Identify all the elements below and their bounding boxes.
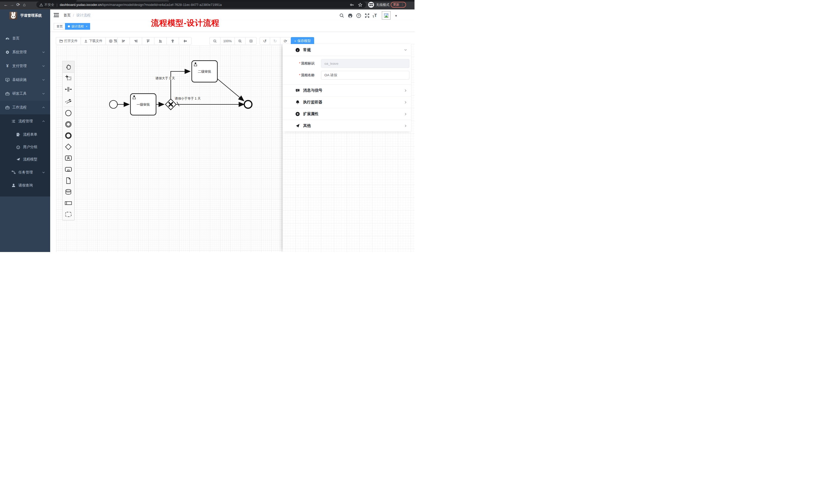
- space-tool[interactable]: [63, 84, 74, 95]
- chevron-up-icon: [42, 120, 45, 123]
- dashboard-icon: [5, 36, 10, 41]
- sidebar: 芋道管理系统 首页 系统管理 ¥ 支付管理: [0, 9, 50, 252]
- sidebar-logo[interactable]: 芋道管理系统: [0, 9, 50, 22]
- browser-update-button[interactable]: 更新 ⋮: [391, 2, 406, 8]
- create-participant[interactable]: [63, 197, 74, 209]
- section-extended-properties[interactable]: 扩展属性: [283, 108, 411, 120]
- search-icon[interactable]: [339, 13, 344, 18]
- browser-chrome: ← → ⟳ ⌂ 不安全 | dashboard.yudao.iocoder.cn…: [0, 0, 414, 9]
- section-execution-listener[interactable]: 执行监听器: [283, 96, 411, 108]
- browser-home-icon[interactable]: ⌂: [22, 2, 27, 8]
- chevron-down-icon[interactable]: ▼: [395, 14, 398, 18]
- palette-separator: [64, 107, 73, 107]
- browser-forward-icon[interactable]: →: [9, 2, 15, 8]
- browser-menu-icon[interactable]: ⋮: [401, 3, 404, 6]
- download-file-button[interactable]: 下载文件: [81, 37, 106, 44]
- process-key-input[interactable]: [321, 59, 409, 68]
- monitor-check-icon: [5, 78, 10, 82]
- section-general[interactable]: i 常规: [283, 44, 411, 56]
- close-icon[interactable]: ×: [86, 25, 87, 28]
- create-data-store[interactable]: [63, 186, 74, 197]
- fullscreen-icon[interactable]: [365, 13, 370, 18]
- redo-icon[interactable]: ↻: [270, 37, 280, 44]
- sidebar-item-payment[interactable]: ¥ 支付管理: [0, 59, 50, 73]
- password-key-icon[interactable]: [350, 3, 354, 7]
- align-bottom-button[interactable]: [154, 37, 167, 44]
- sidebar-item-devtools[interactable]: 研发工具: [0, 87, 50, 101]
- create-subprocess[interactable]: [63, 164, 74, 175]
- zoom-in-button[interactable]: [235, 37, 246, 44]
- security-warning-label: 不安全: [44, 3, 54, 7]
- paper-plane-icon: [16, 157, 21, 162]
- breadcrumb-home[interactable]: 首页: [64, 13, 71, 18]
- bpmn-toolbar: 打开文件 下载文件 预览: [50, 37, 414, 45]
- svg-text:?: ?: [358, 14, 360, 17]
- download-icon: [84, 39, 88, 43]
- section-other[interactable]: 其他: [283, 120, 411, 131]
- process-key-field: *流程标识: [283, 59, 411, 68]
- align-horizontal-center-button[interactable]: [179, 37, 191, 44]
- bookmark-star-icon[interactable]: [358, 3, 363, 7]
- properties-column: i 常规 *流程标识 *流程名称: [283, 44, 414, 252]
- sidebar-item-task-management[interactable]: 任务管理: [0, 166, 50, 179]
- undo-icon[interactable]: ↺: [260, 37, 270, 44]
- browser-reload-icon[interactable]: ⟳: [15, 2, 21, 8]
- align-vertical-center-button[interactable]: [167, 37, 179, 44]
- url-path: /bpm/manager/model/design?modelId=e4a1a1…: [102, 3, 222, 7]
- font-size-icon[interactable]: TT: [372, 13, 380, 18]
- zoom-out-button[interactable]: [210, 37, 220, 44]
- info-icon: i: [295, 48, 300, 52]
- avatar[interactable]: [382, 11, 391, 20]
- zoom-reset-button[interactable]: [246, 37, 256, 44]
- sidebar-item-process-model[interactable]: 流程模型: [0, 153, 50, 166]
- github-icon[interactable]: [348, 13, 353, 18]
- sidebar-collapse-icon[interactable]: [54, 13, 59, 17]
- flow-branch-icon: [11, 170, 16, 175]
- align-right-button[interactable]: [130, 37, 142, 44]
- sidebar-item-process-form[interactable]: 流程表单: [0, 128, 50, 141]
- create-end-event[interactable]: [63, 130, 74, 141]
- section-message-signal[interactable]: 消息与信号: [283, 84, 411, 96]
- sidebar-item-leave-query[interactable]: 请假查询: [0, 179, 50, 192]
- open-file-button[interactable]: 打开文件: [56, 37, 81, 44]
- plus-circle-icon: [295, 112, 300, 116]
- screen: ← → ⟳ ⌂ 不安全 | dashboard.yudao.iocoder.cn…: [0, 0, 414, 252]
- create-start-event[interactable]: [63, 108, 74, 119]
- lasso-tool[interactable]: [63, 72, 74, 84]
- sidebar-item-infrastructure[interactable]: 基础设施: [0, 73, 50, 87]
- chevron-right-icon: [404, 101, 407, 104]
- document-edit-icon: [16, 132, 21, 137]
- sidebar-item-home[interactable]: 首页: [0, 32, 50, 45]
- align-top-button[interactable]: [142, 37, 154, 44]
- chevron-down-icon: [42, 51, 45, 54]
- process-name-input[interactable]: [321, 71, 409, 80]
- page-tabs: 首页 设计流程 ×: [50, 21, 414, 32]
- sidebar-item-process-management[interactable]: 流程管理: [0, 115, 50, 128]
- align-left-button[interactable]: [117, 37, 130, 44]
- hand-tool[interactable]: [63, 61, 74, 72]
- yuan-icon: ¥: [5, 64, 10, 68]
- chevron-up-icon: [42, 106, 45, 109]
- create-group[interactable]: [63, 209, 74, 220]
- sidebar-item-workflow[interactable]: 工作流程: [0, 101, 50, 114]
- save-model-button[interactable]: + 保存模型: [291, 37, 314, 45]
- tab-home[interactable]: 首页: [54, 23, 66, 30]
- create-gateway[interactable]: [63, 141, 74, 153]
- properties-panel: i 常规 *流程标识 *流程名称: [283, 44, 411, 131]
- chevron-right-icon: [404, 124, 407, 128]
- chevron-down-icon: [404, 48, 407, 52]
- annotation-title: 流程模型-设计流程: [151, 18, 219, 28]
- tab-design-process[interactable]: 设计流程 ×: [65, 23, 90, 30]
- global-connect-tool[interactable]: [63, 95, 74, 106]
- create-data-object[interactable]: [63, 175, 74, 186]
- restart-icon[interactable]: ⟳: [280, 37, 291, 44]
- face-icon: [16, 145, 21, 149]
- help-icon[interactable]: ?: [356, 13, 361, 18]
- sidebar-item-user-group[interactable]: 用户分组: [0, 141, 50, 154]
- plus-icon: +: [294, 39, 296, 43]
- create-user-task[interactable]: [63, 153, 74, 164]
- create-intermediate-event[interactable]: [63, 119, 74, 130]
- sidebar-item-system[interactable]: 系统管理: [0, 45, 50, 59]
- address-bar[interactable]: 不安全 | dashboard.yudao.iocoder.cn /bpm/ma…: [36, 2, 366, 8]
- browser-back-icon[interactable]: ←: [3, 2, 9, 8]
